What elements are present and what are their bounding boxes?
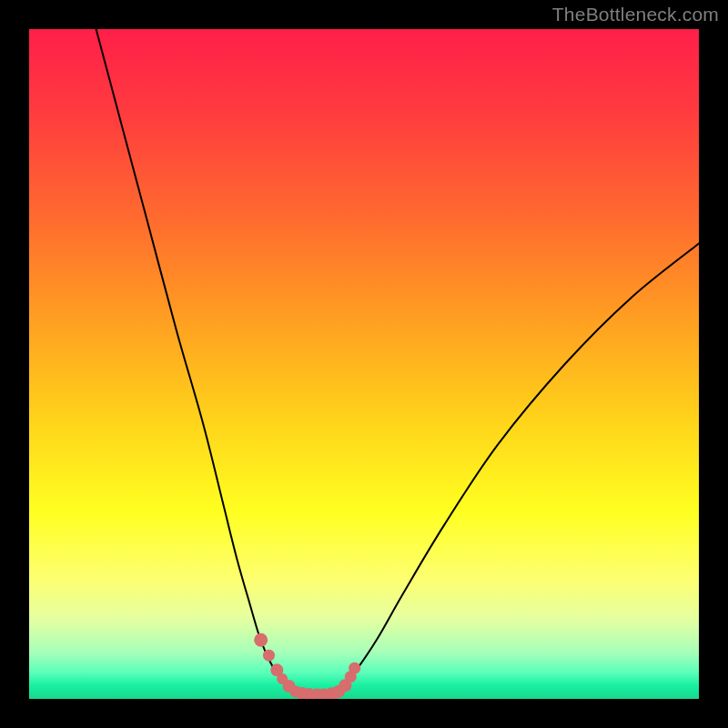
chart-frame: TheBottleneck.com [0,0,728,728]
plot-area [29,29,699,699]
valley-dot [263,650,275,662]
watermark-text: TheBottleneck.com [552,4,719,25]
left-curve [96,29,298,694]
valley-dots [254,633,360,699]
valley-dot [349,662,360,674]
right-curve [330,244,699,694]
chart-svg [29,29,699,699]
valley-dot [254,633,268,647]
